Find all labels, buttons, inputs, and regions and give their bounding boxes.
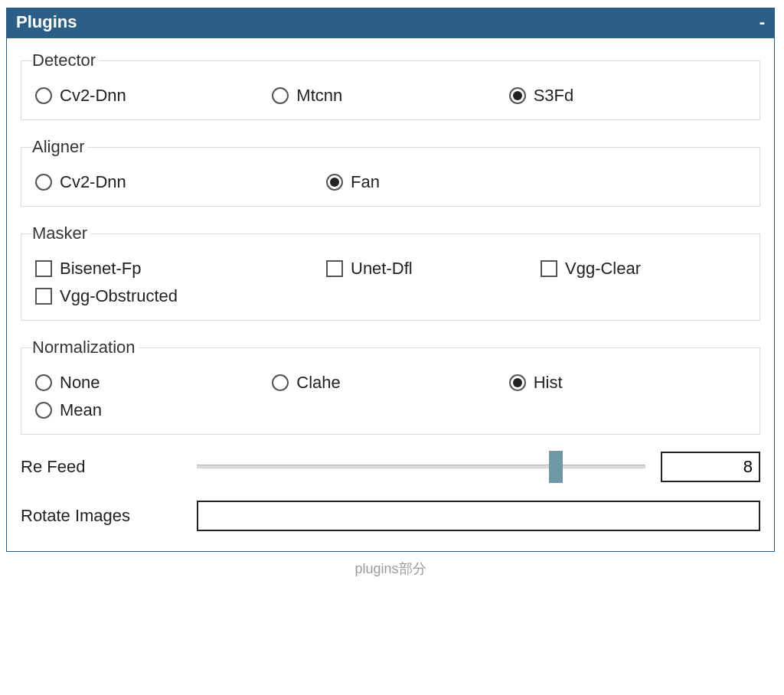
checkbox-icon — [541, 260, 557, 277]
option-label: None — [60, 373, 100, 393]
radio-icon — [272, 374, 289, 391]
option-label: Mean — [60, 400, 102, 420]
panel-title: Plugins — [16, 12, 77, 32]
option-label: Vgg-Clear — [565, 259, 641, 279]
radio-icon — [509, 374, 526, 391]
panel-body: Detector Cv2-Dnn Mtcnn S3Fd — [7, 38, 774, 551]
normalization-option-none[interactable]: None — [35, 373, 272, 393]
normalization-option-mean[interactable]: Mean — [35, 400, 272, 420]
refeed-row: Re Feed — [21, 452, 760, 482]
detector-legend: Detector — [32, 51, 99, 70]
slider-track — [197, 465, 645, 469]
checkbox-icon — [326, 260, 343, 277]
masker-legend: Masker — [32, 224, 90, 243]
aligner-option-fan[interactable]: Fan — [326, 172, 746, 192]
detector-option-s3fd[interactable]: S3Fd — [509, 86, 746, 106]
checkbox-icon — [35, 288, 52, 305]
checkbox-icon — [35, 260, 52, 277]
option-label: Hist — [534, 373, 563, 393]
refeed-label: Re Feed — [21, 457, 197, 477]
normalization-option-clahe[interactable]: Clahe — [272, 373, 508, 393]
plugins-panel: Plugins - Detector Cv2-Dnn Mtcnn — [6, 8, 775, 552]
masker-option-bisenetfp[interactable]: Bisenet-Fp — [35, 259, 326, 279]
rotate-images-row: Rotate Images — [21, 501, 760, 531]
detector-option-cv2dnn[interactable]: Cv2-Dnn — [35, 86, 272, 106]
rotate-images-input[interactable] — [197, 501, 760, 531]
radio-icon — [272, 87, 289, 104]
refeed-input[interactable] — [661, 452, 760, 482]
option-label: Clahe — [296, 373, 340, 393]
slider-thumb[interactable] — [549, 451, 563, 483]
radio-icon — [509, 87, 526, 104]
radio-icon — [35, 174, 52, 191]
aligner-option-cv2dnn[interactable]: Cv2-Dnn — [35, 172, 326, 192]
option-label: Fan — [351, 172, 380, 192]
normalization-option-hist[interactable]: Hist — [509, 373, 746, 393]
detector-group: Detector Cv2-Dnn Mtcnn S3Fd — [21, 51, 760, 120]
minimize-button[interactable]: - — [760, 14, 765, 31]
radio-icon — [35, 374, 52, 391]
rotate-images-label: Rotate Images — [21, 506, 197, 526]
radio-icon — [35, 87, 52, 104]
option-label: Vgg-Obstructed — [60, 286, 178, 306]
option-label: Bisenet-Fp — [60, 259, 141, 279]
refeed-slider[interactable] — [197, 452, 645, 481]
radio-icon — [326, 174, 343, 191]
option-label: Cv2-Dnn — [60, 86, 126, 106]
figure-caption: plugins部分 — [6, 560, 775, 578]
aligner-legend: Aligner — [32, 137, 87, 157]
normalization-group: Normalization None Clahe Hist — [21, 338, 760, 435]
masker-option-vggobstructed[interactable]: Vgg-Obstructed — [35, 286, 326, 306]
option-label: Cv2-Dnn — [60, 172, 126, 192]
masker-group: Masker Bisenet-Fp Unet-Dfl Vgg-Clear — [21, 224, 760, 321]
normalization-legend: Normalization — [32, 338, 139, 357]
aligner-group: Aligner Cv2-Dnn Fan — [21, 137, 760, 207]
masker-option-vggclear[interactable]: Vgg-Clear — [541, 259, 746, 279]
radio-icon — [35, 402, 52, 419]
option-label: Unet-Dfl — [351, 259, 413, 279]
panel-titlebar: Plugins - — [7, 8, 774, 38]
option-label: S3Fd — [534, 86, 574, 106]
option-label: Mtcnn — [296, 86, 342, 106]
detector-option-mtcnn[interactable]: Mtcnn — [272, 86, 508, 106]
masker-option-unetdfl[interactable]: Unet-Dfl — [326, 259, 541, 279]
